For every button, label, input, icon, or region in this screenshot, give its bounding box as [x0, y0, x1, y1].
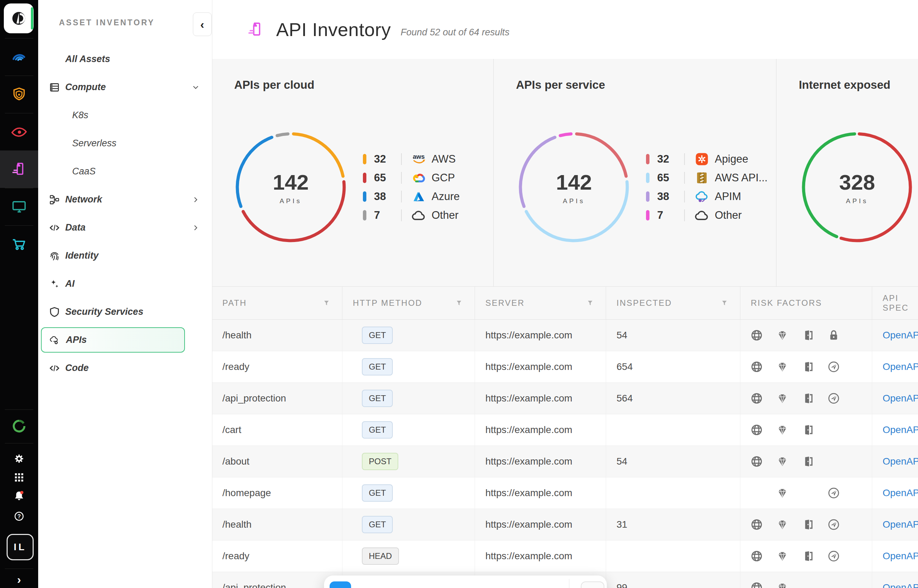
- cart-icon: [10, 235, 28, 254]
- door-icon: [795, 360, 821, 373]
- cell-http-method: GET: [342, 477, 475, 509]
- table-row[interactable]: /readyGEThttps://example.com654OpenAPI: [212, 351, 918, 383]
- table-row[interactable]: /healthGEThttps://example.com54OpenAPI: [212, 320, 918, 351]
- help-icon[interactable]: ?: [0, 508, 38, 525]
- expand-rail-chevron[interactable]: ›: [0, 573, 38, 586]
- legend-count: 38: [374, 191, 401, 203]
- page-title: API Inventory: [276, 19, 391, 40]
- sidebar-item-data[interactable]: Data: [38, 213, 212, 242]
- method-pill: POST: [362, 453, 398, 470]
- legend-row-gcp[interactable]: 65GCP: [363, 168, 460, 187]
- rail-separator: [5, 409, 33, 410]
- legend-row-azure[interactable]: 38Azure: [363, 187, 460, 206]
- column-header-api-spec: API SPEC: [872, 287, 918, 319]
- table-row[interactable]: /homepageGEThttps://example.comOpenAPI: [212, 477, 918, 509]
- apim-logo: [694, 189, 710, 205]
- toolbar-divider: [569, 579, 569, 588]
- cell-path: /api_protection: [212, 383, 342, 414]
- rail-app-api-doc-icon[interactable]: [0, 150, 38, 188]
- gem-icon: [769, 455, 795, 468]
- globe-icon: [744, 329, 769, 341]
- legend-row-aws-api-[interactable]: 65AWS API...: [646, 168, 767, 187]
- api-spec-link[interactable]: OpenAPI: [882, 456, 918, 467]
- table-row[interactable]: /aboutPOSThttps://example.com54OpenAPI: [212, 446, 918, 477]
- cell-path: /ready: [212, 351, 342, 383]
- api-spec-link[interactable]: OpenAPI: [882, 582, 918, 588]
- toolbar-primary-button[interactable]: [330, 582, 351, 588]
- cloud-icon: [694, 207, 710, 223]
- door-icon: [795, 424, 821, 436]
- globe-icon: [744, 518, 769, 531]
- sidebar-item-label: Data: [65, 222, 86, 233]
- sidebar-item-caas[interactable]: CaaS: [38, 157, 212, 186]
- sidebar-item-all-assets[interactable]: All Assets: [38, 45, 212, 73]
- cell-server: https://example.com: [475, 414, 606, 446]
- column-header-path: PATH: [212, 287, 342, 319]
- table-row[interactable]: /cartGEThttps://example.comOpenAPI: [212, 414, 918, 446]
- sidebar-item-security-services[interactable]: Security Services: [38, 298, 212, 326]
- sidebar-collapse-button[interactable]: ‹: [193, 13, 212, 36]
- gem-icon: [769, 424, 795, 436]
- legend-divider: [684, 172, 685, 184]
- cell-risk-factors: [740, 414, 872, 446]
- rail-app-monitor-icon[interactable]: [0, 188, 38, 225]
- sidebar-item-code[interactable]: Code: [38, 354, 212, 382]
- api-spec-link[interactable]: OpenAPI: [882, 330, 918, 341]
- api-spec-link[interactable]: OpenAPI: [882, 424, 918, 435]
- filter-funnel-icon[interactable]: [455, 299, 463, 307]
- gear-icon[interactable]: [0, 451, 38, 467]
- legend-row-aws[interactable]: 32awsAWS: [363, 150, 460, 168]
- donut-chart: [232, 128, 350, 246]
- globe-icon: [744, 392, 769, 405]
- sidebar-item-identity[interactable]: Identity: [38, 242, 212, 270]
- chart-panel-2: APIs per service142APIs32Apigee65AWS API…: [493, 59, 776, 286]
- legend-color-chip: [363, 154, 366, 164]
- filter-funnel-icon[interactable]: [586, 299, 594, 307]
- rail-app-radar-icon[interactable]: [0, 38, 38, 76]
- table-row[interactable]: /readyHEADhttps://example.comOpenAPI: [212, 541, 918, 572]
- legend-count: 32: [657, 153, 684, 165]
- rail-app-eye-icon[interactable]: [0, 113, 38, 150]
- rail-app-shield-app-icon[interactable]: [0, 76, 38, 113]
- legend-divider: [684, 153, 685, 165]
- plane-icon: [821, 518, 847, 531]
- rail-separator: [5, 38, 33, 39]
- bell-icon[interactable]: [0, 488, 38, 504]
- grid-icon[interactable]: [0, 469, 38, 486]
- sidebar-item-network[interactable]: Network: [38, 186, 212, 213]
- api-spec-link[interactable]: OpenAPI: [882, 488, 918, 499]
- sidebar-item-compute[interactable]: Compute: [38, 73, 212, 101]
- chevron-right-icon: [191, 195, 200, 204]
- api-spec-link[interactable]: OpenAPI: [882, 519, 918, 530]
- filter-funnel-icon[interactable]: [720, 299, 728, 307]
- toolbar-secondary-button[interactable]: [581, 582, 604, 588]
- cell-path: /ready: [212, 541, 342, 572]
- chart-title: Internet exposed: [799, 78, 890, 92]
- api-spec-link[interactable]: OpenAPI: [882, 393, 918, 404]
- table-row[interactable]: /healthGEThttps://example.com31OpenAPI: [212, 509, 918, 541]
- api-spec-link[interactable]: OpenAPI: [882, 361, 918, 372]
- avatar[interactable]: IL: [6, 534, 34, 560]
- sidebar-item-ai[interactable]: AI: [38, 270, 212, 298]
- cell-inspected: [606, 477, 740, 509]
- api-spec-link[interactable]: OpenAPI: [882, 551, 918, 562]
- legend-row-other[interactable]: 7Other: [646, 206, 767, 225]
- legend-row-other[interactable]: 7Other: [363, 206, 460, 225]
- filter-funnel-icon[interactable]: [323, 299, 330, 307]
- sidebar-item-serverless[interactable]: Serverless: [38, 129, 212, 157]
- app-rail: ?IL›: [0, 0, 38, 588]
- sidebar-item-spacer: [49, 137, 65, 149]
- sidebar-item-apis[interactable]: APIs: [41, 327, 185, 352]
- table-row[interactable]: /api_protectionGEThttps://example.com564…: [212, 383, 918, 414]
- orca-logo-tile[interactable]: [4, 3, 34, 33]
- orca-ring-icon[interactable]: [0, 418, 38, 435]
- sidebar-item-k8s[interactable]: K8s: [38, 101, 212, 129]
- sidebar: ASSET INVENTORY ‹ All AssetsComputeK8sSe…: [38, 0, 212, 588]
- rail-app-cart-icon[interactable]: [0, 225, 38, 263]
- legend-color-chip: [646, 210, 649, 221]
- legend-row-apigee[interactable]: 32Apigee: [646, 150, 767, 168]
- cell-path: /about: [212, 446, 342, 477]
- chart-title: APIs per service: [516, 78, 605, 92]
- legend-count: 65: [657, 171, 684, 184]
- legend-row-apim[interactable]: 38APIM: [646, 187, 767, 206]
